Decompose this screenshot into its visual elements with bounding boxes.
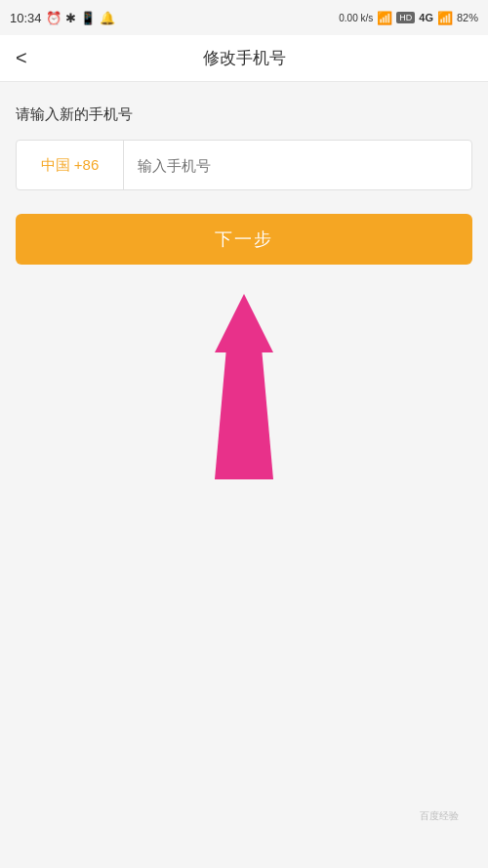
battery-indicator: 82%: [457, 12, 478, 23]
bell-icon: 🔔: [100, 11, 115, 25]
arrow-annotation: [16, 284, 472, 479]
next-button-label: 下一步: [215, 229, 273, 249]
bluetooth-icon: ✱: [65, 11, 76, 25]
back-button[interactable]: <: [16, 47, 27, 69]
phone-input-row: 中国 +86: [16, 140, 472, 190]
country-code-label: 中国 +86: [41, 156, 100, 175]
arrow-svg: [185, 284, 303, 479]
watermark: 百度经验: [410, 809, 468, 848]
svg-marker-0: [215, 294, 273, 352]
hd-badge: HD: [396, 12, 415, 23]
alarm-icon: ⏰: [46, 11, 61, 25]
main-content: 请输入新的手机号 中国 +86 下一步: [0, 82, 488, 503]
notification-icon: 📱: [80, 11, 96, 25]
svg-marker-1: [215, 348, 273, 479]
country-selector[interactable]: 中国 +86: [17, 141, 124, 189]
time-display: 10:34: [10, 11, 42, 25]
nav-bar: < 修改手机号: [0, 35, 488, 82]
status-time: 10:34 ⏰ ✱ 📱 🔔: [10, 11, 115, 25]
page-title: 修改手机号: [203, 47, 286, 69]
status-indicators: 0.00 k/s 📶 HD 4G 📶 82%: [339, 11, 478, 25]
signal-type: 4G: [419, 12, 433, 23]
phone-number-input[interactable]: [124, 141, 471, 189]
next-button[interactable]: 下一步: [16, 214, 472, 265]
watermark-text: 百度经验: [410, 809, 468, 823]
network-speed: 0.00 k/s: [339, 13, 373, 23]
section-label: 请输入新的手机号: [16, 105, 472, 124]
status-bar: 10:34 ⏰ ✱ 📱 🔔 0.00 k/s 📶 HD 4G 📶 82%: [0, 0, 488, 35]
wifi-icon: 📶: [377, 11, 392, 25]
signal-bars: 📶: [437, 11, 453, 25]
